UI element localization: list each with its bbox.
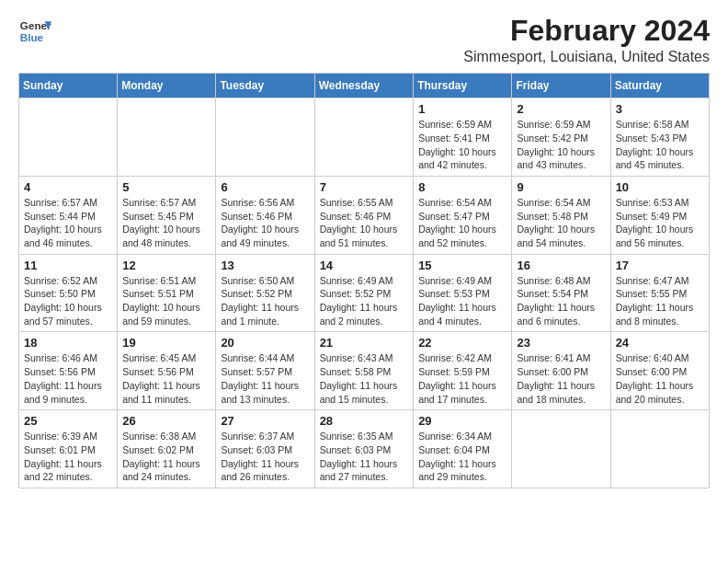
calendar-day-cell: 29Sunrise: 6:34 AM Sunset: 6:04 PM Dayli… — [414, 410, 512, 488]
day-of-week-header: Sunday — [19, 74, 118, 98]
calendar-day-cell: 19Sunrise: 6:45 AM Sunset: 5:56 PM Dayli… — [118, 332, 216, 410]
day-info: Sunrise: 6:40 AM Sunset: 6:00 PM Dayligh… — [616, 351, 704, 406]
calendar-day-cell: 11Sunrise: 6:52 AM Sunset: 5:50 PM Dayli… — [19, 254, 118, 332]
day-info: Sunrise: 6:35 AM Sunset: 6:03 PM Dayligh… — [320, 430, 409, 484]
day-info: Sunrise: 6:34 AM Sunset: 6:04 PM Dayligh… — [418, 430, 506, 484]
logo-icon: General Blue — [18, 15, 51, 48]
day-number: 14 — [320, 259, 409, 272]
calendar-week-row: 1Sunrise: 6:59 AM Sunset: 5:41 PM Daylig… — [19, 98, 710, 177]
day-number: 1 — [418, 102, 506, 116]
calendar-day-cell: 21Sunrise: 6:43 AM Sunset: 5:58 PM Dayli… — [314, 332, 414, 410]
calendar-day-cell: 27Sunrise: 6:37 AM Sunset: 6:03 PM Dayli… — [216, 410, 314, 488]
calendar-header-row: SundayMondayTuesdayWednesdayThursdayFrid… — [19, 74, 710, 98]
calendar-day-cell: 26Sunrise: 6:38 AM Sunset: 6:02 PM Dayli… — [118, 410, 216, 488]
calendar-day-cell: 6Sunrise: 6:56 AM Sunset: 5:46 PM Daylig… — [216, 176, 314, 254]
calendar-day-cell: 15Sunrise: 6:49 AM Sunset: 5:53 PM Dayli… — [414, 254, 512, 332]
day-info: Sunrise: 6:53 AM Sunset: 5:49 PM Dayligh… — [616, 196, 704, 250]
day-info: Sunrise: 6:48 AM Sunset: 5:54 PM Dayligh… — [517, 274, 605, 328]
day-of-week-header: Monday — [118, 74, 216, 98]
calendar-day-cell: 28Sunrise: 6:35 AM Sunset: 6:03 PM Dayli… — [314, 410, 414, 488]
day-number: 4 — [24, 180, 112, 194]
day-number: 3 — [616, 102, 704, 116]
day-number: 28 — [320, 414, 409, 428]
day-info: Sunrise: 6:39 AM Sunset: 6:01 PM Dayligh… — [24, 430, 112, 484]
day-number: 21 — [320, 336, 409, 350]
day-number: 13 — [221, 259, 309, 272]
calendar-day-cell: 3Sunrise: 6:58 AM Sunset: 5:43 PM Daylig… — [610, 98, 709, 177]
day-number: 20 — [221, 336, 309, 350]
day-number: 29 — [418, 414, 506, 428]
day-info: Sunrise: 6:44 AM Sunset: 5:57 PM Dayligh… — [221, 351, 309, 406]
day-of-week-header: Saturday — [610, 74, 709, 98]
day-number: 18 — [24, 336, 112, 350]
day-info: Sunrise: 6:58 AM Sunset: 5:43 PM Dayligh… — [616, 118, 704, 172]
day-number: 2 — [517, 102, 605, 116]
day-info: Sunrise: 6:38 AM Sunset: 6:02 PM Dayligh… — [122, 430, 210, 484]
page-title: February 2024 — [463, 15, 710, 47]
page-subtitle: Simmesport, Louisiana, United States — [463, 49, 710, 65]
calendar-day-cell: 17Sunrise: 6:47 AM Sunset: 5:55 PM Dayli… — [610, 254, 709, 332]
day-info: Sunrise: 6:55 AM Sunset: 5:46 PM Dayligh… — [320, 196, 409, 250]
day-of-week-header: Tuesday — [216, 74, 314, 98]
day-number: 27 — [221, 414, 309, 428]
day-info: Sunrise: 6:46 AM Sunset: 5:56 PM Dayligh… — [24, 351, 112, 406]
day-number: 6 — [221, 180, 309, 194]
calendar-day-cell: 16Sunrise: 6:48 AM Sunset: 5:54 PM Dayli… — [512, 254, 610, 332]
calendar-day-cell: 8Sunrise: 6:54 AM Sunset: 5:47 PM Daylig… — [414, 176, 512, 254]
day-number: 26 — [122, 414, 210, 428]
calendar-day-cell: 7Sunrise: 6:55 AM Sunset: 5:46 PM Daylig… — [314, 176, 414, 254]
calendar-day-cell: 13Sunrise: 6:50 AM Sunset: 5:52 PM Dayli… — [216, 254, 314, 332]
day-number: 5 — [122, 180, 210, 194]
day-number: 10 — [616, 180, 704, 194]
day-info: Sunrise: 6:50 AM Sunset: 5:52 PM Dayligh… — [221, 274, 309, 328]
calendar-day-cell: 1Sunrise: 6:59 AM Sunset: 5:41 PM Daylig… — [414, 98, 512, 177]
day-number: 16 — [517, 259, 605, 272]
logo: General Blue — [18, 15, 51, 48]
calendar-day-cell: 14Sunrise: 6:49 AM Sunset: 5:52 PM Dayli… — [314, 254, 414, 332]
day-of-week-header: Friday — [512, 74, 610, 98]
calendar-day-cell — [512, 410, 610, 488]
calendar-day-cell: 9Sunrise: 6:54 AM Sunset: 5:48 PM Daylig… — [512, 176, 610, 254]
day-number: 8 — [418, 180, 506, 194]
day-info: Sunrise: 6:43 AM Sunset: 5:58 PM Dayligh… — [320, 351, 409, 406]
calendar-day-cell: 22Sunrise: 6:42 AM Sunset: 5:59 PM Dayli… — [414, 332, 512, 410]
calendar-day-cell — [314, 98, 414, 177]
day-info: Sunrise: 6:49 AM Sunset: 5:53 PM Dayligh… — [418, 274, 506, 328]
calendar-day-cell: 4Sunrise: 6:57 AM Sunset: 5:44 PM Daylig… — [19, 176, 118, 254]
day-number: 7 — [320, 180, 409, 194]
calendar-day-cell — [19, 98, 118, 177]
day-number: 17 — [616, 259, 704, 272]
calendar-day-cell — [118, 98, 216, 177]
calendar-day-cell: 2Sunrise: 6:59 AM Sunset: 5:42 PM Daylig… — [512, 98, 610, 177]
calendar-week-row: 18Sunrise: 6:46 AM Sunset: 5:56 PM Dayli… — [19, 332, 710, 410]
calendar-day-cell: 18Sunrise: 6:46 AM Sunset: 5:56 PM Dayli… — [19, 332, 118, 410]
day-number: 25 — [24, 414, 112, 428]
day-info: Sunrise: 6:51 AM Sunset: 5:51 PM Dayligh… — [122, 274, 210, 328]
calendar-week-row: 25Sunrise: 6:39 AM Sunset: 6:01 PM Dayli… — [19, 410, 710, 488]
day-info: Sunrise: 6:54 AM Sunset: 5:48 PM Dayligh… — [517, 196, 605, 250]
day-of-week-header: Thursday — [414, 74, 512, 98]
day-info: Sunrise: 6:52 AM Sunset: 5:50 PM Dayligh… — [24, 274, 112, 328]
day-info: Sunrise: 6:42 AM Sunset: 5:59 PM Dayligh… — [418, 351, 506, 406]
day-info: Sunrise: 6:56 AM Sunset: 5:46 PM Dayligh… — [221, 196, 309, 250]
day-info: Sunrise: 6:57 AM Sunset: 5:45 PM Dayligh… — [122, 196, 210, 250]
day-info: Sunrise: 6:59 AM Sunset: 5:42 PM Dayligh… — [517, 118, 605, 172]
calendar-day-cell: 20Sunrise: 6:44 AM Sunset: 5:57 PM Dayli… — [216, 332, 314, 410]
day-info: Sunrise: 6:57 AM Sunset: 5:44 PM Dayligh… — [24, 196, 112, 250]
day-info: Sunrise: 6:37 AM Sunset: 6:03 PM Dayligh… — [221, 430, 309, 484]
day-info: Sunrise: 6:49 AM Sunset: 5:52 PM Dayligh… — [320, 274, 409, 328]
day-info: Sunrise: 6:41 AM Sunset: 6:00 PM Dayligh… — [517, 351, 605, 406]
day-number: 24 — [616, 336, 704, 350]
calendar-day-cell: 24Sunrise: 6:40 AM Sunset: 6:00 PM Dayli… — [610, 332, 709, 410]
day-number: 9 — [517, 180, 605, 194]
title-area: February 2024 Simmesport, Louisiana, Uni… — [463, 15, 710, 65]
day-info: Sunrise: 6:45 AM Sunset: 5:56 PM Dayligh… — [122, 351, 210, 406]
day-info: Sunrise: 6:47 AM Sunset: 5:55 PM Dayligh… — [616, 274, 704, 328]
day-number: 22 — [418, 336, 506, 350]
day-number: 15 — [418, 259, 506, 272]
calendar-day-cell: 12Sunrise: 6:51 AM Sunset: 5:51 PM Dayli… — [118, 254, 216, 332]
calendar-day-cell — [610, 410, 709, 488]
day-number: 12 — [122, 259, 210, 272]
day-number: 11 — [24, 259, 112, 272]
calendar-week-row: 11Sunrise: 6:52 AM Sunset: 5:50 PM Dayli… — [19, 254, 710, 332]
